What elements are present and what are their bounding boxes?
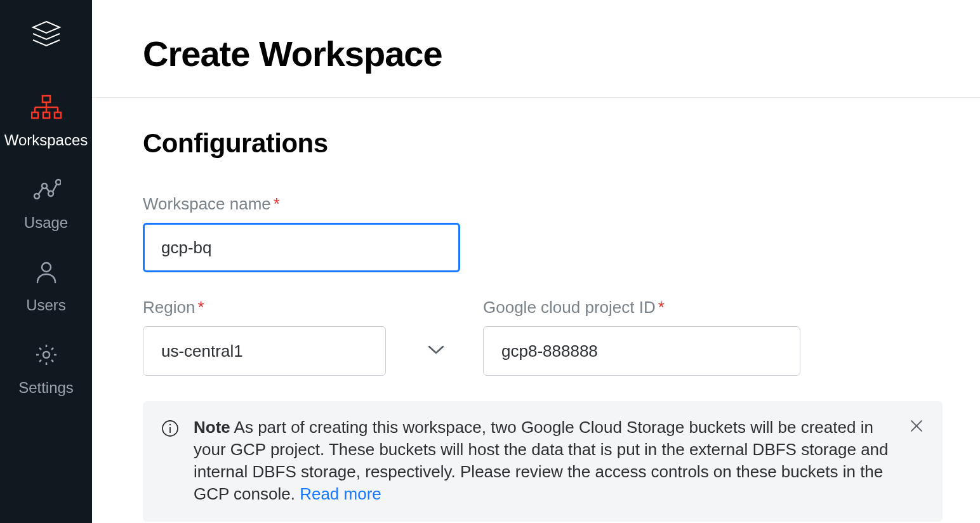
divider (92, 97, 980, 98)
sidebar-item-label: Settings (18, 380, 74, 395)
section-title: Configurations (143, 128, 980, 159)
info-note: Note As part of creating this workspace,… (143, 401, 943, 522)
project-id-label: Google cloud project ID* (483, 298, 800, 317)
sidebar-item-label: Usage (24, 215, 68, 230)
sidebar-item-label: Workspaces (4, 133, 88, 148)
databricks-logo-icon (29, 18, 63, 52)
read-more-link[interactable]: Read more (300, 484, 381, 503)
svg-line-14 (46, 188, 50, 192)
svg-rect-7 (43, 112, 50, 118)
svg-point-16 (42, 263, 51, 272)
main-content: Create Workspace Configurations Workspac… (92, 0, 980, 523)
page-title: Create Workspace (143, 33, 980, 74)
field-workspace-name: Workspace name* (143, 194, 460, 272)
svg-rect-0 (43, 96, 50, 102)
svg-line-13 (38, 188, 43, 194)
workspace-name-label: Workspace name* (143, 194, 460, 214)
chevron-down-icon (427, 344, 445, 358)
gear-icon (34, 342, 59, 371)
svg-point-17 (43, 352, 50, 358)
required-indicator: * (197, 298, 204, 317)
svg-point-20 (169, 424, 171, 425)
sidebar-item-settings[interactable]: Settings (0, 331, 92, 413)
svg-line-15 (53, 184, 57, 192)
logo[interactable] (29, 11, 63, 83)
sidebar-item-label: Users (26, 298, 66, 313)
project-id-input[interactable] (483, 326, 800, 376)
close-icon[interactable] (908, 418, 925, 437)
workspaces-icon (31, 95, 62, 124)
field-region: Region* (143, 298, 460, 376)
svg-rect-6 (32, 112, 38, 118)
required-indicator: * (658, 298, 665, 317)
info-icon (161, 419, 180, 440)
sidebar-item-users[interactable]: Users (0, 248, 92, 331)
svg-rect-8 (55, 112, 61, 118)
sidebar-item-workspaces[interactable]: Workspaces (0, 83, 92, 166)
required-indicator: * (274, 194, 280, 213)
usage-icon (32, 177, 61, 206)
users-icon (34, 260, 59, 289)
region-label: Region* (143, 298, 460, 317)
field-project-id: Google cloud project ID* (483, 298, 800, 376)
sidebar-item-usage[interactable]: Usage (0, 166, 92, 248)
note-text: Note As part of creating this workspace,… (194, 416, 892, 505)
workspace-name-input[interactable] (143, 223, 460, 272)
sidebar: Workspaces Usage Users (0, 0, 92, 523)
region-select[interactable] (143, 326, 386, 376)
